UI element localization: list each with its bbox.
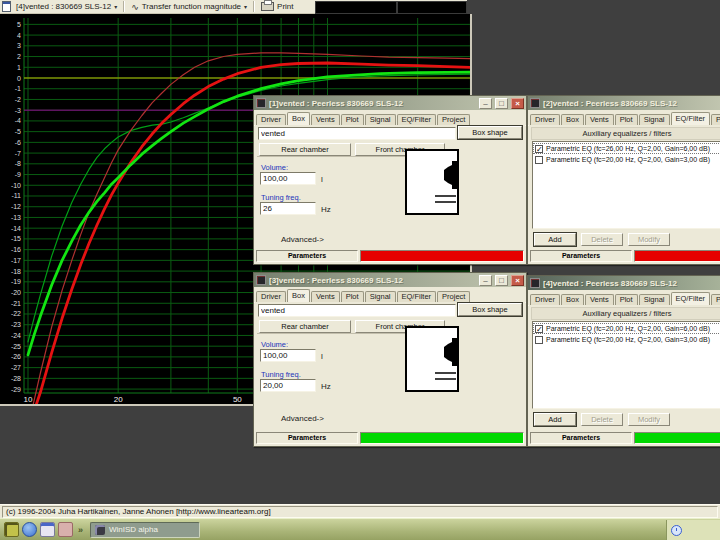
tab-eq-filter[interactable]: EQ/Filter bbox=[397, 291, 437, 302]
tab-plot[interactable]: Plot bbox=[615, 294, 638, 305]
eq-list[interactable]: ✓ Parametric EQ (fc=20,00 Hz, Q=2,00, Ga… bbox=[532, 321, 720, 409]
y-tick-label: -13 bbox=[11, 214, 21, 221]
eq-buttons-row: Add Delete Modify bbox=[529, 413, 720, 427]
tab-signal[interactable]: Signal bbox=[639, 294, 670, 305]
tab-vents[interactable]: Vents bbox=[311, 114, 340, 125]
tab-driver[interactable]: Driver bbox=[256, 114, 286, 125]
window-3-titlebar[interactable]: [3]vented : Peerless 830669 SLS-12 – □ × bbox=[254, 273, 526, 287]
checkbox-checked[interactable]: ✓ bbox=[535, 325, 543, 333]
rear-chamber-tab[interactable]: Rear chamber bbox=[259, 143, 351, 156]
volume-input[interactable] bbox=[260, 349, 316, 362]
tab-box[interactable]: Box bbox=[561, 114, 584, 125]
tab-box[interactable]: Box bbox=[287, 289, 310, 302]
delete-button[interactable]: Delete bbox=[581, 233, 623, 246]
quicklaunch-overflow-chevron[interactable]: » bbox=[76, 525, 85, 535]
tab-project[interactable]: Project bbox=[437, 114, 470, 125]
tab-project[interactable]: Project bbox=[437, 291, 470, 302]
add-button[interactable]: Add bbox=[534, 233, 576, 246]
eq-list-item[interactable]: Parametric EQ (fc=20,00 Hz, Q=2,00, Gain… bbox=[533, 154, 720, 165]
eq-item-label: Parametric EQ (fc=26,00 Hz, Q=2,00, Gain… bbox=[546, 145, 710, 152]
tab-driver[interactable]: Driver bbox=[530, 294, 560, 305]
tab-driver[interactable]: Driver bbox=[256, 291, 286, 302]
parameters-panel: Parameters bbox=[530, 432, 632, 444]
quicklaunch-icon-2[interactable] bbox=[22, 522, 37, 537]
box-name-input[interactable] bbox=[258, 304, 456, 317]
add-button[interactable]: Add bbox=[534, 413, 576, 426]
tab-plot[interactable]: Plot bbox=[341, 291, 364, 302]
box-shape-button[interactable]: Box shape bbox=[458, 126, 522, 139]
advanced-link[interactable]: Advanced-> bbox=[281, 235, 324, 244]
y-tick-label: -7 bbox=[15, 150, 21, 157]
tab-box[interactable]: Box bbox=[287, 112, 310, 125]
tab-box[interactable]: Box bbox=[561, 294, 584, 305]
tab-vents[interactable]: Vents bbox=[585, 294, 614, 305]
window-1-tabstrip: DriverBoxVentsPlotSignalEQ/FilterProject bbox=[254, 110, 526, 126]
checkbox-checked[interactable]: ✓ bbox=[535, 145, 543, 153]
tab-eq-filter[interactable]: EQ/Filter bbox=[397, 114, 437, 125]
eq-filter-tab-content: Auxiliary equalizers / filters ✓ Paramet… bbox=[529, 125, 720, 248]
y-tick-label: -29 bbox=[11, 386, 21, 393]
window-4-titlebar[interactable]: [4]vented : Peerless 830669 SLS-12 bbox=[528, 276, 720, 290]
window-status-bar: Parameters bbox=[255, 431, 525, 445]
x-tick-label: 20 bbox=[114, 395, 123, 404]
y-tick-label: 5 bbox=[17, 21, 21, 28]
minimize-button[interactable]: – bbox=[479, 98, 492, 109]
tab-signal[interactable]: Signal bbox=[365, 114, 396, 125]
eq-item-label: Parametric EQ (fc=20,00 Hz, Q=2,00, Gain… bbox=[546, 156, 710, 163]
box-name-input[interactable] bbox=[258, 127, 456, 140]
tuning-freq-input[interactable] bbox=[260, 379, 316, 392]
window-4-tabstrip: DriverBoxVentsPlotSignalEQ/FilterProject bbox=[528, 290, 720, 306]
tab-eq-filter[interactable]: EQ/Filter bbox=[671, 112, 711, 125]
print-button[interactable]: Print bbox=[258, 1, 296, 13]
tab-eq-filter[interactable]: EQ/Filter bbox=[671, 292, 711, 305]
project-selector-dropdown[interactable]: [4]vented : 830669 SLS-12 ▾ bbox=[13, 1, 120, 13]
y-tick-label: -6 bbox=[15, 139, 21, 146]
main-toolbar: [4]vented : 830669 SLS-12 ▾ ∿ Transfer f… bbox=[0, 0, 467, 14]
tray-clock-icon[interactable] bbox=[671, 525, 682, 536]
y-tick-label: 3 bbox=[17, 42, 21, 49]
box-tab-content: Box shape Rear chamber Front chamber Vol… bbox=[255, 125, 525, 248]
tab-plot[interactable]: Plot bbox=[341, 114, 364, 125]
restore-button[interactable]: □ bbox=[495, 98, 508, 109]
graph-type-dropdown[interactable]: ∿ Transfer function magnitude ▾ bbox=[128, 1, 250, 13]
modify-button[interactable]: Modify bbox=[628, 413, 670, 426]
y-tick-label: -12 bbox=[11, 203, 21, 210]
parameters-panel: Parameters bbox=[530, 250, 632, 262]
checkbox-unchecked[interactable] bbox=[535, 336, 543, 344]
x-tick-label: 10 bbox=[24, 395, 33, 404]
box-shape-button[interactable]: Box shape bbox=[458, 303, 522, 316]
y-tick-label: -8 bbox=[15, 160, 21, 167]
y-tick-label: -22 bbox=[11, 310, 21, 317]
rear-chamber-tab[interactable]: Rear chamber bbox=[259, 320, 351, 333]
checkbox-unchecked[interactable] bbox=[535, 156, 543, 164]
advanced-link[interactable]: Advanced-> bbox=[281, 414, 324, 423]
quicklaunch-icon-4[interactable] bbox=[58, 522, 73, 537]
close-button[interactable]: × bbox=[511, 275, 524, 286]
tab-plot[interactable]: Plot bbox=[615, 114, 638, 125]
window-2-titlebar[interactable]: [2]vented : Peerless 830669 SLS-12 bbox=[528, 96, 720, 110]
eq-list-item[interactable]: Parametric EQ (fc=20,00 Hz, Q=2,00, Gain… bbox=[533, 334, 720, 345]
print-label: Print bbox=[277, 2, 293, 11]
restore-button[interactable]: □ bbox=[495, 275, 508, 286]
tuning-freq-input[interactable] bbox=[260, 202, 316, 215]
eq-list-item[interactable]: ✓ Parametric EQ (fc=26,00 Hz, Q=2,00, Ga… bbox=[533, 143, 720, 154]
tab-project[interactable]: Project bbox=[711, 294, 720, 305]
quicklaunch-icon-3[interactable] bbox=[40, 522, 55, 537]
eq-list-item[interactable]: ✓ Parametric EQ (fc=20,00 Hz, Q=2,00, Ga… bbox=[533, 323, 720, 334]
tab-signal[interactable]: Signal bbox=[365, 291, 396, 302]
tab-driver[interactable]: Driver bbox=[530, 114, 560, 125]
volume-input[interactable] bbox=[260, 172, 316, 185]
window-1-titlebar[interactable]: [1]vented : Peerless 830669 SLS-12 – □ × bbox=[254, 96, 526, 110]
eq-item-label: Parametric EQ (fc=20,00 Hz, Q=2,00, Gain… bbox=[546, 336, 710, 343]
minimize-button[interactable]: – bbox=[479, 275, 492, 286]
tab-project[interactable]: Project bbox=[711, 114, 720, 125]
quicklaunch-icon-1[interactable] bbox=[4, 522, 19, 537]
taskbar-button-winisd[interactable]: WinISD alpha bbox=[90, 522, 200, 538]
tab-vents[interactable]: Vents bbox=[311, 291, 340, 302]
tab-vents[interactable]: Vents bbox=[585, 114, 614, 125]
tab-signal[interactable]: Signal bbox=[639, 114, 670, 125]
modify-button[interactable]: Modify bbox=[628, 233, 670, 246]
eq-list[interactable]: ✓ Parametric EQ (fc=26,00 Hz, Q=2,00, Ga… bbox=[532, 141, 720, 229]
close-button[interactable]: × bbox=[511, 98, 524, 109]
delete-button[interactable]: Delete bbox=[581, 413, 623, 426]
